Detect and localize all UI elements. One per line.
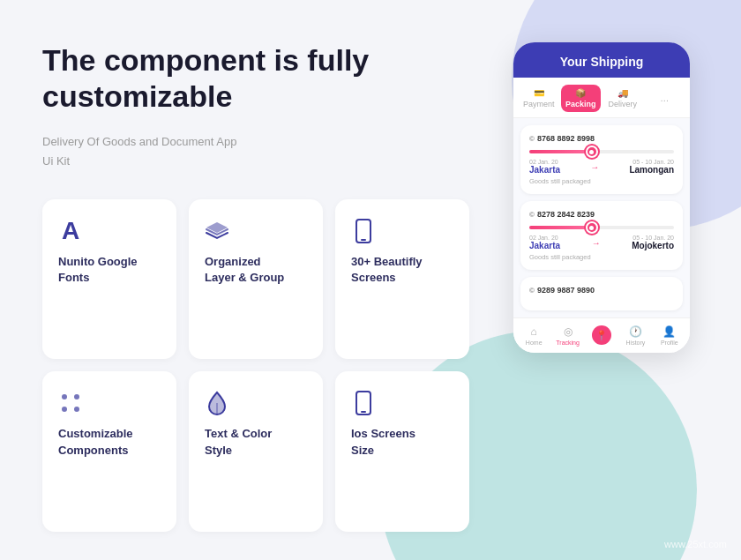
progress-bar-2	[529, 226, 674, 229]
tracking-card-3: 9289 9887 9890	[520, 277, 683, 310]
card-google-fonts: A Nunito Google Fonts	[42, 199, 176, 360]
delivery-tab-label: Delivery	[608, 100, 637, 108]
nav-home[interactable]: ⌂ Home	[517, 325, 550, 346]
watermark: www.25xt.com	[664, 539, 727, 549]
phone-bottom-nav: ⌂ Home ◎ Tracking 📍 🕐 History 👤 Profile	[513, 317, 690, 353]
route-arrow-1: →	[590, 162, 599, 172]
nav-profile[interactable]: 👤 Profile	[653, 325, 686, 346]
profile-nav-label: Profile	[661, 340, 678, 346]
nav-tracking[interactable]: ◎ Tracking	[550, 325, 584, 346]
route-arrow-2: →	[592, 238, 601, 248]
ios-phone-icon	[351, 391, 376, 415]
droplet-icon	[205, 391, 229, 415]
card-layer-group: Organized Layer & Group	[189, 199, 323, 360]
progress-dot-1	[586, 146, 598, 158]
letter-a-icon: A	[58, 219, 83, 243]
tab-payment[interactable]: 💳 Payment	[519, 85, 559, 112]
route-from-1: 02 Jan. 20 Jakarta	[529, 159, 560, 175]
route-row-1: 02 Jan. 20 Jakarta → 05 - 10 Jan. 20 Lam…	[529, 159, 674, 175]
phone-tabs: 💳 Payment 📦 Packing 🚚 Delivery …	[513, 78, 690, 118]
route-to-1: 05 - 10 Jan. 20 Lamongan	[629, 159, 674, 175]
svg-rect-7	[361, 411, 366, 413]
card-text-color-title: Text & Color Style	[205, 426, 307, 458]
tracking-card-1: 8768 8892 8998 02 Jan. 20 Jakarta → 0	[520, 125, 683, 194]
tab-packing[interactable]: 📦 Packing	[561, 85, 602, 112]
phone-header: Your Shipping	[513, 42, 690, 78]
route-to-2: 05 - 10 Jan. 20 Mojokerto	[632, 235, 674, 250]
phone-body: 8768 8892 8998 02 Jan. 20 Jakarta → 0	[513, 118, 690, 317]
subtitle-line2: Ui Kit	[42, 154, 70, 168]
route-from-2: 02 Jan. 20 Jakarta	[529, 235, 560, 250]
route-row-2: 02 Jan. 20 Jakarta → 05 - 10 Jan. 20 Moj…	[529, 235, 674, 250]
center-nav-icon: 📍	[592, 325, 611, 345]
svg-point-5	[74, 407, 79, 412]
phone-screens-icon	[351, 219, 376, 243]
tab-extra[interactable]: …	[645, 90, 685, 107]
payment-tab-label: Payment	[523, 100, 555, 108]
subtitle-line1: Delivery Of Goods and Document App	[42, 135, 236, 148]
home-nav-icon: ⌂	[531, 325, 537, 338]
svg-point-2	[62, 394, 67, 399]
packing-tab-icon: 📦	[575, 88, 586, 98]
main-container: The component is fully customizable Deli…	[0, 0, 741, 560]
tab-delivery[interactable]: 🚚 Delivery	[603, 85, 643, 112]
delivery-tab-icon: 🚚	[618, 88, 628, 98]
card-components-title: Customizable Components	[58, 426, 161, 458]
tracking-card-2: 8278 2842 8239 02 Jan. 20 Jakarta → 0	[520, 201, 683, 270]
card-components: Customizable Components	[42, 371, 176, 532]
nav-center[interactable]: 📍	[585, 325, 618, 346]
tracking-nav-label: Tracking	[556, 340, 580, 346]
nav-history[interactable]: 🕐 History	[618, 325, 652, 346]
svg-rect-1	[361, 239, 366, 241]
route-status-2: Goods still packaged	[529, 253, 674, 261]
feature-cards-grid: A Nunito Google Fonts Organized	[42, 199, 469, 532]
components-icon	[58, 391, 83, 415]
card-google-fonts-title: Nunito Google Fonts	[58, 254, 161, 286]
tracking-id-1: 8768 8892 8998	[529, 134, 674, 143]
card-screens-title: 30+ Beautifly Screens	[351, 254, 453, 286]
card-screens: 30+ Beautifly Screens	[335, 199, 469, 360]
history-nav-icon: 🕐	[629, 325, 642, 338]
route-status-1: Goods still packaged	[529, 177, 674, 185]
main-headline: The component is fully customizable	[42, 42, 378, 115]
card-layer-group-title: Organized Layer & Group	[205, 254, 307, 286]
svg-point-4	[62, 407, 67, 412]
history-nav-label: History	[626, 340, 646, 346]
home-nav-label: Home	[526, 340, 543, 346]
progress-bar-1	[529, 150, 674, 153]
tracking-id-3: 9289 9887 9890	[529, 286, 674, 295]
subtitle: Delivery Of Goods and Document App Ui Ki…	[42, 132, 469, 171]
packing-tab-label: Packing	[565, 100, 596, 108]
left-panel: The component is fully customizable Deli…	[42, 42, 469, 532]
extra-tab-icon: …	[660, 93, 669, 103]
layers-icon	[205, 219, 229, 243]
payment-tab-icon: 💳	[534, 88, 544, 98]
card-ios-screens-title: Ios Screens Size	[351, 426, 453, 458]
profile-nav-icon: 👤	[662, 325, 676, 338]
card-text-color: Text & Color Style	[189, 371, 323, 532]
progress-dot-2	[586, 221, 598, 234]
phone-mockup: Your Shipping 💳 Payment 📦 Packing 🚚 Deli…	[513, 42, 690, 353]
right-panel: Your Shipping 💳 Payment 📦 Packing 🚚 Deli…	[505, 42, 699, 532]
phone-header-title: Your Shipping	[524, 55, 679, 69]
card-ios-screens: Ios Screens Size	[335, 371, 469, 532]
svg-point-3	[74, 394, 79, 399]
tracking-nav-icon: ◎	[564, 325, 573, 338]
tracking-id-2: 8278 2842 8239	[529, 210, 674, 219]
